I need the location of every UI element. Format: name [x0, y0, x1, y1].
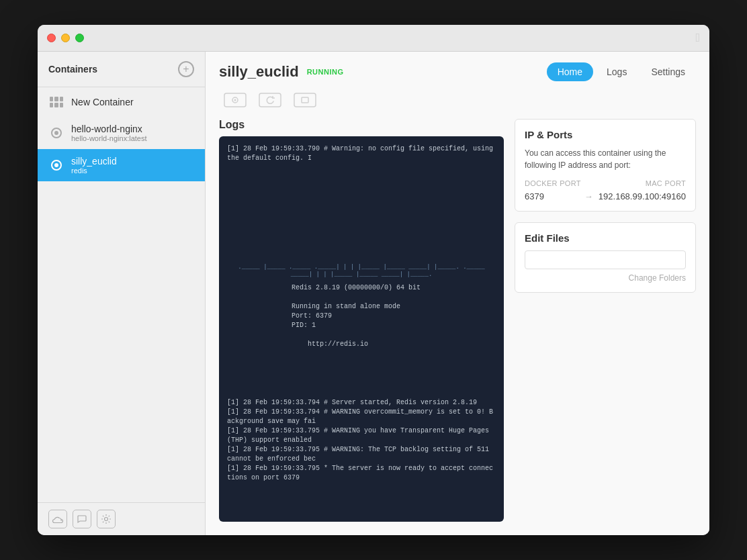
sidebar-item-label: silly_euclid: [71, 156, 117, 167]
edit-files-input[interactable]: [525, 250, 686, 269]
nav-tabs: Home Logs Settings: [547, 62, 696, 81]
svg-rect-5: [294, 93, 316, 107]
close-button[interactable]: [47, 34, 56, 42]
main-layout: Containers + New Container: [38, 52, 709, 535]
svg-rect-4: [259, 93, 281, 107]
restart-button[interactable]: [254, 88, 286, 112]
tab-home[interactable]: Home: [547, 62, 593, 81]
terminal-redis-info: Redis 2.8.19 (00000000/0) 64 bit Running…: [227, 283, 496, 399]
ports-row: 6379 → 192.168.99.100:49160: [525, 191, 686, 201]
chat-button[interactable]: [73, 510, 91, 528]
ip-ports-description: You can access this container using the …: [525, 147, 686, 171]
eye-icon: [223, 91, 247, 109]
add-container-button[interactable]: +: [178, 61, 194, 77]
traffic-lights: [47, 34, 84, 42]
tab-logs[interactable]: Logs: [596, 62, 638, 81]
docker-port-header: DOCKER PORT: [525, 179, 581, 187]
terminal-log-lines: [1] 28 Feb 19:59:33.794 # Server started…: [227, 398, 496, 514]
svg-rect-6: [302, 97, 308, 103]
ports-table: DOCKER PORT MAC PORT 6379 → 192.168.99.1…: [525, 179, 686, 201]
terminal[interactable]: [1] 28 Feb 19:59:33.790 # Warning: no co…: [219, 136, 504, 522]
mac-port-value: 192.168.99.100:49160: [599, 191, 686, 201]
container-title-row: silly_euclid RUNNING: [219, 63, 343, 81]
app-logo: : [695, 31, 700, 45]
ip-ports-card: IP & Ports You can access this container…: [515, 119, 696, 212]
right-panel: IP & Ports You can access this container…: [515, 119, 696, 522]
sidebar-item-label: hello-world-nginx: [71, 124, 147, 134]
cloud-icon: [52, 514, 63, 524]
toolbar-icons: [206, 81, 709, 119]
container-status-dot: [51, 160, 62, 171]
sidebar-item-hello-world-nginx[interactable]: hello-world-nginx hello-world-nginx:late…: [38, 117, 205, 149]
content-header: silly_euclid RUNNING Home Logs Settings: [206, 52, 709, 81]
stop-icon: [293, 91, 317, 109]
sidebar: Containers + New Container: [38, 52, 206, 535]
minimize-button[interactable]: [61, 34, 70, 42]
titlebar: : [38, 25, 709, 52]
edit-files-title: Edit Files: [525, 232, 686, 244]
logs-title: Logs: [219, 119, 504, 131]
tab-settings[interactable]: Settings: [640, 62, 696, 81]
gear-icon: [101, 514, 112, 524]
sidebar-item-sublabel: hello-world-nginx:latest: [71, 134, 147, 142]
change-folders-button[interactable]: Change Folders: [525, 273, 686, 283]
container-name: silly_euclid: [219, 63, 299, 81]
sidebar-header: Containers +: [38, 52, 205, 87]
app-window:  Containers + New: [38, 25, 709, 535]
sidebar-item-label: New Container: [71, 97, 134, 107]
mac-port-header: MAC PORT: [646, 179, 686, 187]
container-status-dot: [51, 128, 62, 138]
sidebar-item-new-container[interactable]: New Container: [38, 87, 205, 117]
maximize-button[interactable]: [75, 34, 84, 42]
content-area: silly_euclid RUNNING Home Logs Settings: [206, 52, 709, 535]
ip-ports-title: IP & Ports: [525, 129, 686, 140]
cloud-button[interactable]: [48, 510, 67, 528]
port-arrow: →: [584, 191, 593, 201]
view-button[interactable]: [219, 88, 251, 112]
sidebar-items: New Container hello-world-nginx hello-wo…: [38, 87, 205, 502]
docker-port-value: 6379: [525, 191, 544, 201]
sidebar-footer: [38, 502, 205, 535]
sidebar-item-silly-euclid[interactable]: silly_euclid redis: [38, 149, 205, 181]
sidebar-item-sublabel: redis: [71, 167, 117, 175]
ports-header: DOCKER PORT MAC PORT: [525, 179, 686, 187]
new-container-icon: [48, 94, 64, 110]
logs-panel: Logs [1] 28 Feb 19:59:33.790 # Warning: …: [219, 119, 504, 522]
sidebar-title: Containers: [48, 64, 97, 75]
redis-ascii-art: ._____ |_____ ._____ ._____| | | |_____ …: [227, 264, 496, 279]
chat-icon: [77, 514, 87, 524]
terminal-log-first: [1] 28 Feb 19:59:33.790 # Warning: no co…: [227, 144, 496, 260]
settings-button[interactable]: [97, 510, 116, 528]
status-badge: RUNNING: [307, 68, 344, 76]
content-body: Logs [1] 28 Feb 19:59:33.790 # Warning: …: [206, 119, 709, 535]
svg-point-3: [234, 99, 236, 101]
edit-files-card: Edit Files Change Folders: [515, 222, 696, 293]
svg-point-0: [105, 518, 108, 521]
refresh-icon: [258, 91, 282, 109]
stop-button[interactable]: [289, 88, 321, 112]
